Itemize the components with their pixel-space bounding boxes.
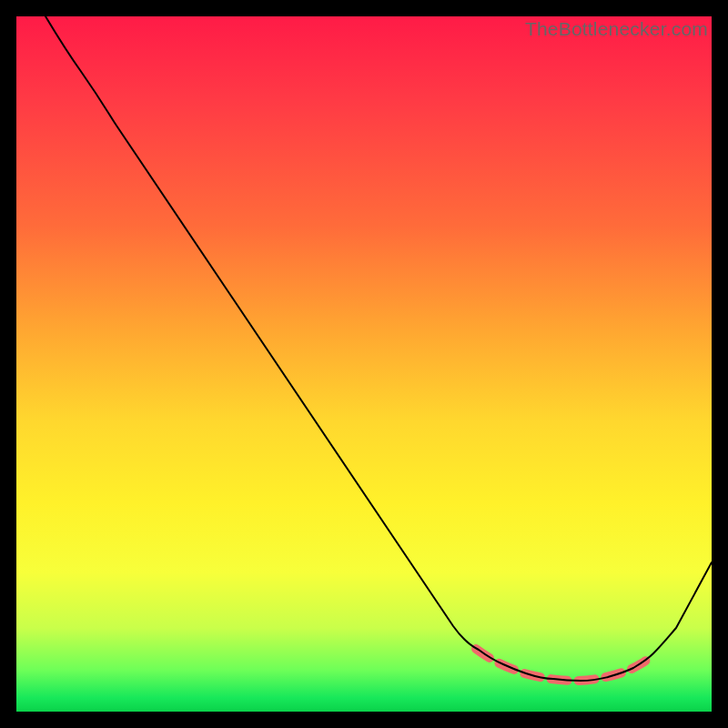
watermark-text: TheBottlenecker.com: [525, 18, 708, 40]
chart-frame: TheBottlenecker.com: [0, 0, 728, 728]
plot-background-gradient: [16, 16, 712, 712]
